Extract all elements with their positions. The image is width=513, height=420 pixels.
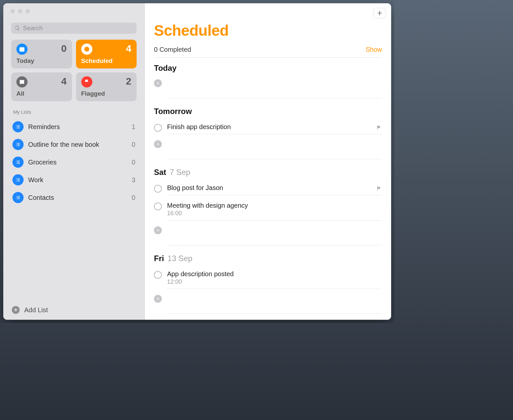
smart-all[interactable]: 4 All [11, 72, 72, 101]
smart-scheduled[interactable]: 4 Scheduled [76, 40, 137, 68]
reminder-item[interactable]: App description posted12:00 [154, 267, 382, 292]
list-row[interactable]: Groceries0 [8, 153, 140, 171]
add-item-row [154, 292, 382, 306]
list-bullet-icon [12, 174, 24, 185]
divider [167, 305, 382, 314]
completed-row: 0 Completed Show [154, 46, 382, 58]
reminder-item[interactable]: Blog post for Jason [154, 181, 382, 199]
app-window: 0 Today 4 Scheduled 4 All [3, 3, 391, 320]
completed-count: 0 Completed [154, 46, 191, 53]
plus-icon [376, 10, 383, 16]
search-icon [14, 25, 20, 31]
list-row[interactable]: Work3 [8, 171, 140, 189]
show-completed-button[interactable]: Show [366, 46, 382, 53]
divider [167, 150, 382, 159]
zoom-icon[interactable] [26, 9, 30, 13]
complete-checkbox[interactable] [154, 124, 162, 132]
section-date: 7 Sep [170, 168, 190, 177]
date-section: Today [154, 64, 382, 98]
smart-today-label: Today [16, 57, 67, 65]
complete-checkbox[interactable] [154, 271, 162, 279]
list-row[interactable]: Contacts0 [8, 189, 140, 206]
list-count: 1 [132, 123, 135, 131]
section-day: Today [154, 64, 177, 72]
close-icon[interactable] [10, 9, 15, 13]
search-field[interactable] [11, 23, 137, 34]
reminder-sections: TodayTomorrowFinish app descriptionSat 7… [154, 64, 382, 314]
list-row[interactable]: Reminders1 [8, 118, 140, 136]
reminder-title: Blog post for Jason [167, 184, 373, 192]
smart-scheduled-label: Scheduled [81, 57, 132, 65]
add-item-row [154, 77, 382, 90]
section-header: Tomorrow [154, 107, 382, 116]
add-item-button[interactable] [154, 226, 162, 234]
flag-icon [81, 76, 92, 87]
list-bullet-icon [12, 139, 24, 150]
add-item-row [154, 224, 382, 238]
section-header: Today [154, 64, 382, 73]
smart-today-count: 0 [61, 43, 67, 54]
add-item-row [154, 138, 382, 151]
list-count: 0 [132, 194, 135, 201]
my-lists-header: My Lists [3, 107, 144, 117]
lists: Reminders1Outline for the new book0Groce… [3, 117, 144, 300]
list-bullet-icon [12, 192, 24, 203]
minimize-icon[interactable] [18, 9, 22, 13]
main-content: Scheduled 0 Completed Show TodayTomorrow… [145, 18, 391, 320]
divider [167, 236, 382, 245]
calendar-icon [16, 44, 28, 55]
add-reminder-button[interactable] [373, 8, 386, 18]
reminder-title: Meeting with design agency [167, 202, 382, 209]
section-header: Sat 7 Sep [154, 168, 382, 177]
sidebar: 0 Today 4 Scheduled 4 All [3, 3, 145, 320]
smart-flagged-label: Flagged [81, 90, 132, 97]
smart-flagged[interactable]: 2 Flagged [76, 72, 137, 101]
main-panel: Scheduled 0 Completed Show TodayTomorrow… [145, 3, 391, 320]
tray-icon [16, 76, 28, 87]
smart-lists: 0 Today 4 Scheduled 4 All [3, 40, 144, 107]
toolbar [145, 3, 391, 18]
reminder-time: 12:00 [167, 278, 382, 285]
search-input[interactable] [22, 24, 133, 32]
add-list-button[interactable]: + Add List [3, 300, 144, 320]
flag-icon [376, 185, 382, 191]
section-day: Sat [154, 168, 166, 177]
flag-icon [376, 124, 382, 130]
list-name: Outline for the new book [28, 141, 132, 148]
add-list-label: Add List [24, 306, 48, 314]
smart-all-count: 4 [61, 76, 67, 87]
list-name: Reminders [28, 123, 132, 131]
reminder-title: Finish app description [167, 123, 373, 131]
date-section: TomorrowFinish app description [154, 107, 382, 159]
reminder-item[interactable]: Finish app description [154, 120, 382, 138]
add-item-button[interactable] [154, 140, 162, 148]
date-section: Fri 13 SepApp description posted12:00 [154, 254, 382, 314]
section-day: Fri [154, 254, 164, 263]
section-day: Tomorrow [154, 107, 192, 116]
smart-scheduled-count: 4 [126, 43, 131, 54]
complete-checkbox[interactable] [154, 202, 162, 210]
reminder-item[interactable]: Meeting with design agency16:00 [154, 199, 382, 224]
window-controls[interactable] [3, 3, 144, 13]
list-name: Groceries [28, 159, 132, 166]
page-title: Scheduled [154, 22, 382, 39]
list-row[interactable]: Outline for the new book0 [8, 136, 140, 153]
add-item-button[interactable] [154, 295, 162, 303]
smart-today[interactable]: 0 Today [11, 40, 72, 68]
list-name: Work [28, 176, 132, 184]
smart-all-label: All [16, 90, 67, 97]
plus-icon: + [12, 306, 20, 314]
list-bullet-icon [12, 121, 24, 132]
reminder-time: 16:00 [167, 210, 382, 217]
complete-checkbox[interactable] [154, 185, 162, 193]
list-count: 0 [132, 141, 135, 148]
list-count: 0 [132, 159, 135, 166]
reminder-title: App description posted [167, 270, 382, 278]
add-item-button[interactable] [154, 79, 162, 87]
section-header: Fri 13 Sep [154, 254, 382, 263]
list-bullet-icon [12, 157, 24, 168]
list-count: 3 [132, 176, 135, 184]
divider [167, 89, 382, 98]
clock-icon [81, 44, 92, 55]
smart-flagged-count: 2 [126, 76, 131, 87]
